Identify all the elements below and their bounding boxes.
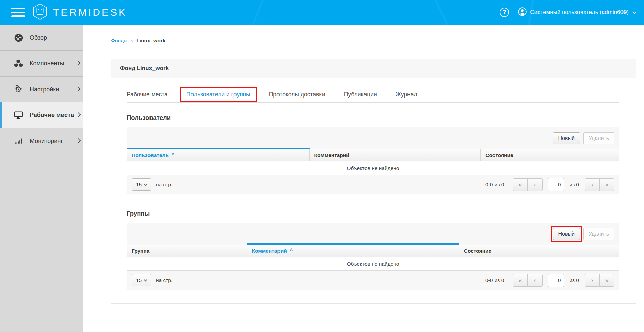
users-next-page-button[interactable]: › — [585, 178, 600, 191]
breadcrumb: Фонды › Linux_work — [111, 38, 644, 44]
sort-ascending-icon: ^ — [172, 152, 174, 157]
users-prev-page-button[interactable]: ‹ — [527, 178, 543, 191]
users-column-comment[interactable]: Комментарий — [310, 149, 481, 161]
groups-table: Новый Удалить Группа Комментарий ^ — [127, 223, 619, 290]
sidebar-item-settings[interactable]: ⚙⚙ Настройки — [0, 77, 83, 102]
users-page-input[interactable] — [548, 178, 564, 191]
app-root: TERMIDESK ? Системный пользователь (admi… — [0, 0, 644, 332]
groups-delete-button[interactable]: Удалить — [583, 228, 614, 240]
tab-workplaces[interactable]: Рабочие места — [127, 91, 168, 98]
groups-column-comment[interactable]: Комментарий ^ — [247, 245, 459, 257]
users-pager-back-group: « ‹ — [513, 178, 543, 191]
chevron-right-icon — [76, 138, 81, 143]
sidebar-nav: Обзор Компоненты ⚙⚙ Настройки — [0, 25, 83, 332]
sidebar-item-label: Рабочие места — [30, 112, 74, 119]
groups-last-page-button[interactable]: » — [599, 274, 614, 287]
breadcrumb-current: Linux_work — [136, 38, 165, 44]
groups-empty-row: Объектов не найдено — [127, 257, 619, 270]
users-page-size-select[interactable]: 15 — [132, 178, 151, 191]
sidebar-item-components[interactable]: Компоненты — [0, 51, 83, 77]
per-page-label: на стр. — [156, 277, 172, 283]
users-range-label: 0-0 из 0 — [485, 182, 504, 188]
tab-publications[interactable]: Публикации — [344, 91, 377, 98]
users-heading: Пользователи — [127, 114, 619, 122]
sidebar-item-label: Мониторинг — [30, 138, 63, 145]
groups-prev-page-button[interactable]: ‹ — [527, 274, 543, 287]
fund-panel: Фонд Linux_work Рабочие места Пользовате… — [111, 59, 636, 304]
groups-range-label: 0-0 из 0 — [485, 277, 504, 283]
groups-pagination: 15 на стр. 0-0 из 0 « ‹ из 0 — [127, 270, 619, 290]
users-last-page-button[interactable]: » — [599, 178, 614, 191]
groups-heading: Группы — [127, 210, 619, 217]
sort-ascending-icon: ^ — [290, 248, 293, 253]
users-pager-forward-group: › » — [585, 178, 614, 191]
tab-bar: Рабочие места Пользователи и группы Прот… — [127, 87, 619, 103]
users-new-button[interactable]: Новый — [553, 132, 580, 144]
user-menu[interactable]: Системный пользователь (admin609) — [518, 7, 636, 18]
groups-of-label: из 0 — [569, 277, 579, 283]
chevron-down-icon — [632, 10, 637, 14]
sidebar-item-label: Настройки — [30, 86, 59, 93]
groups-page-size-select[interactable]: 15 — [132, 274, 151, 286]
signal-bars-icon — [13, 137, 24, 145]
help-icon[interactable]: ? — [500, 8, 509, 17]
groups-column-group[interactable]: Группа — [127, 245, 247, 257]
users-empty-row: Объектов не найдено — [127, 161, 619, 175]
gears-icon: ⚙⚙ — [13, 85, 24, 94]
groups-first-page-button[interactable]: « — [513, 274, 528, 287]
user-name-label: Системный пользователь (admin609) — [530, 9, 629, 16]
chevron-right-icon — [76, 112, 81, 117]
users-table: Новый Удалить Пользователь ^ Комментарий — [127, 127, 619, 194]
groups-next-page-button[interactable]: › — [585, 274, 600, 287]
users-first-page-button[interactable]: « — [513, 178, 528, 191]
sidebar-item-label: Компоненты — [30, 60, 65, 67]
header-actions: ? Системный пользователь (admin609) — [500, 7, 644, 18]
users-pagination: 15 на стр. 0-0 из 0 « ‹ из 0 — [127, 175, 619, 194]
top-header-bar: TERMIDESK ? Системный пользователь (admi… — [0, 0, 644, 25]
tab-delivery-protocols[interactable]: Протоколы доставки — [269, 91, 325, 98]
panel-body: Рабочие места Пользователи и группы Прот… — [111, 78, 636, 303]
users-table-header: Пользователь ^ Комментарий Состояние — [127, 149, 619, 161]
sidebar-item-label: Обзор — [30, 34, 47, 41]
groups-column-state[interactable]: Состояние — [459, 245, 619, 257]
termidesk-hexagon-logo-icon — [32, 3, 48, 21]
chevron-right-icon — [76, 61, 81, 65]
users-column-user[interactable]: Пользователь ^ — [127, 149, 310, 161]
users-column-state[interactable]: Состояние — [481, 149, 619, 161]
groups-pager-back-group: « ‹ — [513, 274, 543, 287]
users-delete-button[interactable]: Удалить — [583, 132, 614, 144]
user-avatar-icon — [518, 7, 527, 18]
chevron-down-icon — [144, 182, 147, 186]
sidebar-filler — [0, 154, 83, 332]
dashboard-gauge-icon — [13, 33, 24, 42]
sidebar-item-workplaces[interactable]: Рабочие места — [0, 102, 83, 128]
desktop-monitor-icon — [13, 111, 24, 120]
groups-pager-forward-group: › » — [585, 274, 614, 287]
per-page-label: на стр. — [156, 182, 172, 188]
groups-toolbar: Новый Удалить — [127, 223, 619, 245]
breadcrumb-separator: › — [131, 38, 133, 44]
chevron-right-icon — [76, 87, 81, 91]
groups-new-button[interactable]: Новый — [553, 228, 580, 240]
main-content: Фонды › Linux_work Фонд Linux_work Рабоч… — [83, 25, 644, 332]
sidebar-item-monitoring[interactable]: Мониторинг — [0, 128, 83, 154]
groups-page-input[interactable] — [548, 274, 564, 287]
users-of-label: из 0 — [569, 182, 579, 188]
tab-users-groups[interactable]: Пользователи и группы — [186, 91, 250, 98]
panel-title: Фонд Linux_work — [111, 59, 636, 78]
groups-table-header: Группа Комментарий ^ Состояние — [127, 245, 619, 257]
tab-journal[interactable]: Журнал — [396, 91, 417, 98]
chevron-down-icon — [144, 278, 147, 281]
sidebar-item-overview[interactable]: Обзор — [0, 25, 83, 51]
hamburger-menu-icon[interactable] — [11, 8, 25, 17]
breadcrumb-link-funds[interactable]: Фонды — [111, 38, 127, 44]
brand-wordmark: TERMIDESK — [53, 7, 127, 18]
users-toolbar: Новый Удалить — [127, 127, 619, 149]
cubes-icon — [13, 59, 24, 68]
brand-logo[interactable]: TERMIDESK — [32, 3, 127, 21]
